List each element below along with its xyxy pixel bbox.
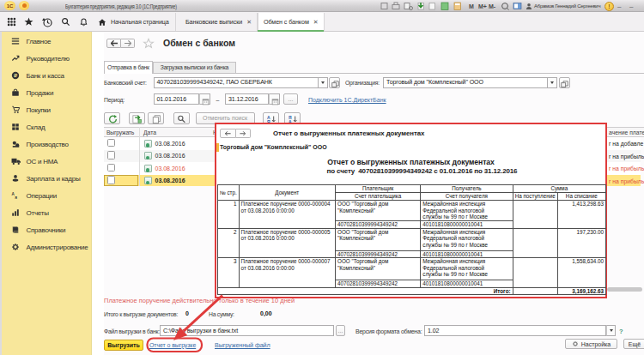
- svg-text:я: я: [15, 196, 17, 200]
- svg-text:М+: М+: [478, 3, 487, 9]
- svg-text:М-: М-: [489, 3, 496, 9]
- svg-text:₽: ₽: [14, 73, 17, 78]
- svg-text:М: М: [469, 3, 474, 9]
